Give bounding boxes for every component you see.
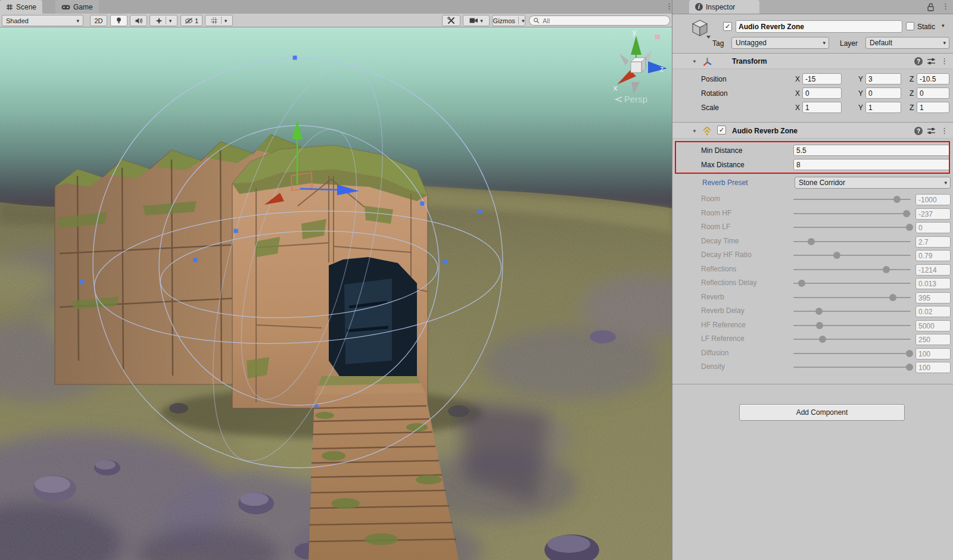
- transform-menu-icon[interactable]: ⋮: [940, 57, 948, 65]
- param-slider-thumb[interactable]: [883, 266, 890, 273]
- param-slider-thumb[interactable]: [816, 322, 823, 329]
- param-slider-thumb[interactable]: [815, 308, 823, 315]
- static-checkbox[interactable]: [906, 22, 914, 30]
- layer-label: Layer: [840, 39, 858, 48]
- param-slider-thumb[interactable]: [808, 238, 815, 245]
- param-value-field[interactable]: 100: [915, 362, 951, 373]
- param-slider-track[interactable]: [793, 265, 911, 274]
- component-menu-icon[interactable]: ⋮: [940, 126, 948, 135]
- inspector-menu-icon[interactable]: ⋮: [942, 2, 949, 10]
- inspector-body: ✓ Audio Reverb Zone Static ▾ Tag Untagge…: [672, 14, 953, 560]
- param-slider-thumb[interactable]: [906, 350, 913, 357]
- component-enabled-checkbox[interactable]: ✓: [717, 126, 726, 134]
- chevron-down-icon: ▾: [169, 18, 172, 24]
- tab-scene[interactable]: Scene: [0, 0, 42, 14]
- param-value-field[interactable]: 100: [915, 348, 951, 359]
- param-value-field[interactable]: 0: [915, 222, 951, 233]
- scale-x-field[interactable]: 1: [802, 102, 842, 113]
- reverb-preset-dropdown[interactable]: Stone Corridor ▾: [795, 177, 951, 189]
- param-value-field[interactable]: 0.79: [915, 250, 951, 261]
- shading-mode-dropdown[interactable]: Shaded ▾: [2, 15, 83, 26]
- help-icon[interactable]: ?: [914, 57, 923, 65]
- param-slider-track[interactable]: [793, 223, 911, 231]
- audio-toggle-button[interactable]: [130, 15, 147, 26]
- add-component-button[interactable]: Add Component: [739, 404, 905, 421]
- param-slider-thumb[interactable]: [893, 196, 901, 203]
- tab-game[interactable]: Game: [55, 0, 99, 14]
- param-value-field[interactable]: 2.7: [915, 236, 951, 248]
- param-slider-thumb[interactable]: [889, 294, 896, 301]
- param-slider-track[interactable]: [793, 237, 911, 246]
- gameobject-name-field[interactable]: Audio Reverb Zone: [736, 20, 902, 33]
- static-dropdown-icon[interactable]: ▾: [942, 23, 945, 29]
- param-slider-thumb[interactable]: [798, 280, 805, 287]
- rotation-y-field[interactable]: 0: [865, 87, 901, 99]
- param-slider-track[interactable]: [793, 335, 911, 343]
- param-row-decay-time: Decay Time2.7: [672, 235, 953, 249]
- param-slider-track[interactable]: [793, 251, 911, 259]
- projection-label[interactable]: Persp: [624, 94, 647, 104]
- param-slider-track[interactable]: [793, 195, 911, 204]
- hidden-count: 1: [195, 17, 198, 24]
- layer-dropdown[interactable]: Default ▾: [865, 37, 949, 49]
- param-label: Reflections: [701, 265, 736, 273]
- param-slider-track[interactable]: [793, 307, 911, 315]
- scale-y-field[interactable]: 1: [865, 102, 901, 113]
- component-tools-button[interactable]: [442, 15, 460, 26]
- param-value-field[interactable]: 5000: [915, 320, 951, 331]
- position-x-field[interactable]: -15: [802, 73, 842, 85]
- param-value-field[interactable]: 250: [915, 334, 951, 345]
- audio-reverb-zone-header[interactable]: ▼ ✓ Audio Reverb Zone ? ⋮: [672, 123, 953, 139]
- param-slider-thumb[interactable]: [906, 224, 913, 231]
- grid-icon: [211, 17, 218, 24]
- param-value-field[interactable]: 0.02: [915, 306, 951, 317]
- presets-icon[interactable]: [927, 127, 936, 135]
- lighting-toggle-button[interactable]: [110, 15, 127, 26]
- lock-open-icon[interactable]: [927, 3, 935, 11]
- param-slider-track[interactable]: [793, 279, 911, 287]
- rotation-x-field[interactable]: 0: [802, 87, 842, 99]
- scale-z-field[interactable]: 1: [917, 102, 949, 113]
- param-value-field[interactable]: -1214: [915, 264, 951, 276]
- param-slider-thumb[interactable]: [819, 336, 826, 343]
- slider-line: [793, 213, 911, 214]
- camera-settings-dropdown[interactable]: ▾: [463, 15, 490, 26]
- gizmos-dropdown[interactable]: Gizmos ▾: [492, 15, 525, 26]
- presets-icon[interactable]: [927, 57, 936, 65]
- param-slider-thumb[interactable]: [903, 210, 910, 217]
- tab-inspector[interactable]: i Inspector: [689, 0, 759, 14]
- help-icon[interactable]: ?: [914, 127, 923, 135]
- scene-viewport[interactable]: y z x Persp: [0, 27, 672, 560]
- effects-dropdown-button[interactable]: ▾: [150, 15, 177, 26]
- position-z-field[interactable]: -10.5: [917, 73, 949, 85]
- param-slider-thumb[interactable]: [833, 252, 840, 259]
- tag-dropdown[interactable]: Untagged ▾: [731, 37, 829, 49]
- foldout-icon[interactable]: ▼: [692, 129, 697, 134]
- param-value-field[interactable]: 0.013: [915, 278, 951, 289]
- gameobject-active-checkbox[interactable]: ✓: [723, 22, 732, 31]
- param-slider-track[interactable]: [793, 321, 911, 330]
- foldout-icon[interactable]: ▼: [692, 59, 697, 64]
- param-slider-thumb[interactable]: [906, 364, 913, 371]
- scene-search-input[interactable]: All: [529, 15, 670, 26]
- param-row-room-lf: Room LF0: [672, 221, 953, 234]
- param-slider-track[interactable]: [793, 349, 911, 358]
- hidden-objects-button[interactable]: 1: [180, 15, 203, 26]
- max-distance-field[interactable]: 8: [793, 159, 950, 170]
- move-plane-handle[interactable]: [291, 173, 312, 190]
- param-slider-track[interactable]: [793, 363, 911, 371]
- param-value-field[interactable]: -237: [915, 208, 951, 220]
- param-slider-track[interactable]: [793, 293, 911, 302]
- gameobject-cube-icon[interactable]: [691, 19, 711, 39]
- transform-header[interactable]: ▼ Transform ? ⋮: [672, 54, 953, 69]
- rotation-z-field[interactable]: 0: [917, 87, 949, 99]
- min-distance-field[interactable]: 5.5: [793, 145, 950, 156]
- grid-visibility-dropdown[interactable]: ▾: [205, 15, 233, 26]
- param-label: Reverb: [701, 293, 724, 301]
- position-y-field[interactable]: 3: [865, 73, 901, 85]
- param-slider-track[interactable]: [793, 209, 911, 218]
- param-value-field[interactable]: 395: [915, 292, 951, 304]
- param-value-field[interactable]: -1000: [915, 194, 951, 205]
- 2d-toggle-button[interactable]: 2D: [90, 15, 107, 26]
- gizmo-cube[interactable]: [631, 62, 641, 73]
